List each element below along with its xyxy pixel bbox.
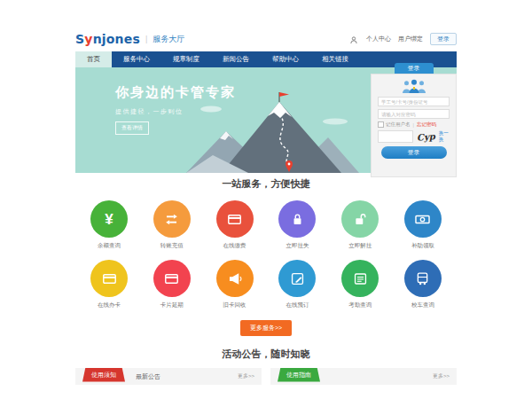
- service-item-transfer[interactable]: 转账充值: [144, 200, 200, 250]
- logo-accent: y: [84, 32, 92, 46]
- attendance-list-icon: [352, 270, 369, 287]
- header-login-button[interactable]: 登录: [430, 33, 457, 45]
- tab-usage-notice[interactable]: 使用须知: [82, 368, 125, 382]
- services-row-1: ¥ 余额查询 转账充值 在线缴费 立即挂失: [75, 200, 457, 250]
- captcha-row: Cyp 换一换: [378, 130, 450, 143]
- remember-row: 记住用户名 | 忘记密码: [378, 121, 450, 128]
- service-item-apply-card[interactable]: 在线办卡: [81, 260, 137, 309]
- service-circle: [278, 260, 316, 297]
- service-item-card-recycle[interactable]: 旧卡回收: [207, 260, 263, 309]
- login-tab[interactable]: 登录: [395, 63, 434, 74]
- announcements-title: 活动公告，随时知晓: [75, 348, 457, 361]
- nav-item-news[interactable]: 新闻公告: [211, 51, 261, 67]
- service-circle: [216, 260, 254, 297]
- announcements-panel-right: 使用指南 更多>>: [270, 368, 457, 385]
- logo-divider: |: [145, 35, 147, 43]
- service-item-school-bus[interactable]: 校车查询: [395, 260, 451, 309]
- captcha-image[interactable]: Cyp: [417, 131, 435, 142]
- hero-banner: 你身边的卡管专家 提供捷径，一步到位 查看详情 登录: [75, 67, 457, 173]
- nav-item-links[interactable]: 相关链接: [310, 51, 360, 67]
- bank-card-icon: [101, 270, 118, 287]
- service-item-online-booking[interactable]: 在线预订: [269, 260, 325, 309]
- service-item-online-payment[interactable]: 在线缴费: [207, 200, 263, 250]
- announcements-panel-left: 使用须知 最新公告 更多>>: [75, 368, 262, 385]
- login-panel: 登录 记住用户名 | 忘记密码 Cyp: [371, 63, 457, 177]
- login-panel-body: 记住用户名 | 忘记密码 Cyp 换一换 登录: [371, 74, 457, 177]
- nav-item-home[interactable]: 首页: [75, 51, 112, 67]
- captcha-input[interactable]: [378, 130, 413, 143]
- credit-card-icon: [226, 211, 243, 228]
- bus-icon: [414, 270, 431, 287]
- services-row-2: 在线办卡 卡片延期 旧卡回收 在线预订: [75, 260, 457, 309]
- service-item-balance[interactable]: ¥ 余额查询: [81, 200, 137, 250]
- service-item-subsidy[interactable]: 补助领取: [395, 200, 451, 250]
- nav-item-help-center[interactable]: 帮助中心: [261, 51, 310, 67]
- service-circle: [153, 260, 191, 297]
- service-circle: [341, 200, 379, 238]
- megaphone-icon: [226, 270, 243, 287]
- yen-icon: ¥: [105, 212, 113, 227]
- logo[interactable]: Synjones: [75, 32, 140, 46]
- service-item-report-loss[interactable]: 立即挂失: [269, 200, 325, 250]
- more-link-left[interactable]: 更多>>: [238, 372, 254, 380]
- logo-text: S: [75, 32, 84, 46]
- banknote-icon: [414, 211, 431, 228]
- announcements-bar: 使用须知 最新公告 更多>> 使用指南 更多>>: [75, 368, 457, 385]
- hero-title: 你身边的卡管专家: [115, 84, 236, 101]
- captcha-refresh-link[interactable]: 换一换: [439, 130, 450, 143]
- hero-cta-button[interactable]: 查看详情: [115, 121, 149, 135]
- password-input[interactable]: [378, 109, 450, 119]
- hero-text: 你身边的卡管专家 提供捷径，一步到位 查看详情: [115, 84, 236, 135]
- service-circle: [404, 200, 442, 238]
- announcements-section: 活动公告，随时知晓 使用须知 最新公告 更多>> 使用指南 更多>>: [75, 348, 457, 385]
- tab-latest-news[interactable]: 最新公告: [136, 372, 160, 381]
- user-icon: [350, 31, 357, 47]
- services-section: 一站服务，方便快捷 ¥ 余额查询 转账充值 在线缴费: [75, 173, 457, 336]
- login-submit-button[interactable]: 登录: [381, 146, 447, 159]
- edit-icon: [289, 270, 306, 287]
- header-link-personal-center[interactable]: 个人中心: [366, 35, 391, 43]
- nav-item-service-center[interactable]: 服务中心: [112, 51, 161, 67]
- remember-label: 记住用户名: [386, 121, 411, 128]
- service-circle: [216, 200, 254, 238]
- remember-checkbox[interactable]: [378, 121, 384, 128]
- unlock-icon: [352, 211, 369, 228]
- service-item-cancel-loss[interactable]: 立即解挂: [332, 200, 388, 250]
- username-input[interactable]: [378, 97, 450, 106]
- service-circle: [341, 260, 379, 297]
- site-name: 服务大厅: [153, 34, 184, 45]
- transfer-arrows-icon: [163, 211, 180, 228]
- service-circle: [90, 260, 128, 297]
- service-circle: [153, 200, 191, 238]
- hero-subtitle: 提供捷径，一步到位: [115, 107, 236, 116]
- service-circle: [404, 260, 442, 297]
- users-group-icon: [401, 79, 427, 93]
- service-item-attendance[interactable]: 考勤查询: [332, 260, 388, 309]
- bank-card-icon: [163, 270, 180, 287]
- site-container: Synjones | 服务大厅 个人中心 用户绑定 登录 首页 服务中心 规章制…: [75, 27, 457, 385]
- lock-icon: [289, 211, 306, 228]
- forgot-password-link[interactable]: 忘记密码: [417, 121, 436, 128]
- services-title: 一站服务，方便快捷: [75, 177, 457, 191]
- logo-text-rest: njones: [93, 32, 140, 46]
- more-services-button[interactable]: 更多服务>>: [240, 320, 292, 336]
- service-item-card-extension[interactable]: 卡片延期: [144, 260, 200, 309]
- service-circle: ¥: [90, 200, 128, 238]
- nav-item-regulations[interactable]: 规章制度: [161, 51, 211, 67]
- more-link-right[interactable]: 更多>>: [433, 372, 450, 380]
- service-circle: [278, 200, 316, 238]
- header-link-user-binding[interactable]: 用户绑定: [398, 35, 423, 43]
- tab-usage-guide[interactable]: 使用指南: [278, 368, 320, 382]
- top-header: Synjones | 服务大厅 个人中心 用户绑定 登录: [75, 27, 457, 51]
- separator: |: [413, 122, 414, 128]
